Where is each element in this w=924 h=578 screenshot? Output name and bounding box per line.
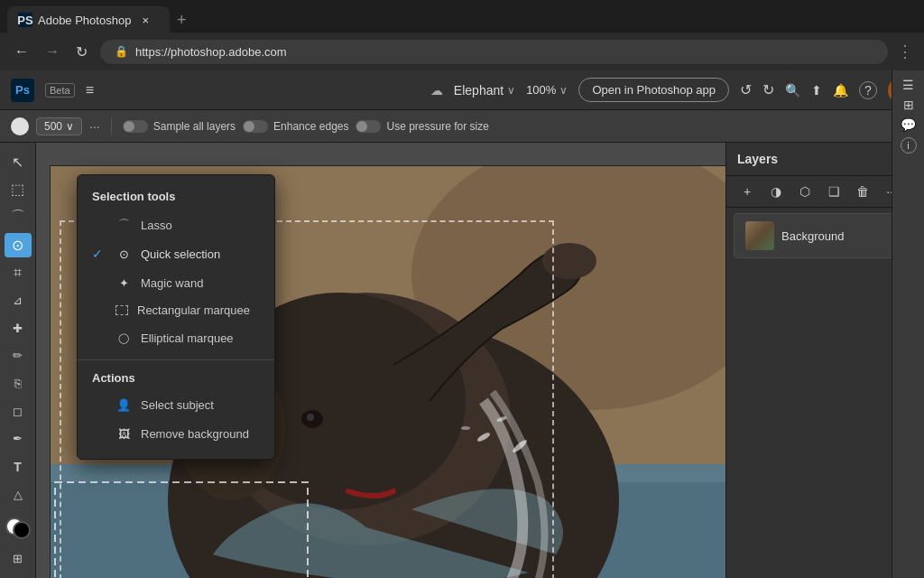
magic-wand-icon: ✦ — [116, 275, 132, 291]
header-icons: ↺ ↻ 🔍 ⬆ 🔔 ? — [740, 78, 913, 103]
open-in-photoshop-btn[interactable]: Open in Photoshop app — [578, 78, 729, 102]
ellipse-marquee-label: Elliptical marquee — [141, 331, 234, 345]
undo-btn[interactable]: ↺ — [740, 81, 752, 98]
address-url: https://photoshop.adobe.com — [135, 45, 287, 59]
doc-name-chevron: ∨ — [507, 84, 515, 97]
menu-item-remove-bg[interactable]: 🖼 Remove background — [78, 419, 274, 448]
pressure-label: Use pressure for size — [386, 120, 488, 133]
address-lock-icon: 🔒 — [115, 45, 128, 58]
brush-size-control[interactable]: 500 ∨ — [36, 117, 82, 135]
color-indicator[interactable] — [5, 517, 31, 540]
browser-tab-active[interactable]: PS Adobe Photoshop × — [7, 6, 170, 33]
toolbar-more-btn[interactable]: ··· — [89, 119, 100, 134]
hamburger-menu-btn[interactable]: ≡ — [86, 82, 94, 98]
tab-close-btn[interactable]: × — [142, 14, 149, 27]
remove-bg-label: Remove background — [141, 427, 249, 441]
add-layer-btn[interactable]: + — [737, 182, 757, 201]
app-header: Ps Beta ≡ ☁ Elephant ∨ 100% ∨ Open in Ph… — [0, 70, 924, 110]
menu-item-magic-wand[interactable]: ✦ Magic wand — [78, 268, 274, 297]
select-subject-label: Select subject — [141, 398, 214, 412]
tool-crop[interactable]: ⌗ — [5, 261, 32, 285]
enhance-edges-label: Enhance edges — [273, 120, 348, 133]
nav-forward-btn[interactable]: → — [42, 40, 63, 63]
left-toolbox: ↖ ⬚ ⌒ ⊙ ⌗ ⊿ ✚ ✏ ⎘ ◻ ✒ T △ ⊞ — [0, 143, 36, 578]
menu-item-lasso[interactable]: ⌒ Lasso — [78, 210, 274, 239]
layers-title: Layers — [737, 152, 913, 166]
tool-heal[interactable]: ✚ — [5, 316, 32, 340]
beta-badge: Beta — [45, 83, 75, 98]
sample-layers-label: Sample all layers — [153, 120, 236, 133]
group-layer-btn[interactable]: ❑ — [824, 182, 844, 201]
delete-layer-btn[interactable]: 🗑 — [853, 182, 873, 201]
quick-select-icon: ⊙ — [116, 246, 132, 262]
zoom-value: 100% — [526, 83, 556, 97]
redo-btn[interactable]: ↻ — [762, 81, 774, 98]
sample-layers-option: Sample all layers — [123, 120, 236, 133]
selection-tools-menu: Selection tools ⌒ Lasso ✓ ⊙ Quick select… — [77, 174, 275, 460]
layer-name: Background — [781, 229, 884, 243]
menu-item-rect-marquee[interactable]: Rectangular marquee — [78, 297, 274, 323]
tab-favicon: PS — [18, 13, 32, 27]
enhance-edges-option: Enhance edges — [243, 120, 348, 133]
quick-select-label: Quick selection — [141, 247, 220, 261]
brush-size-value: 500 — [44, 120, 62, 133]
tool-clone[interactable]: ⎘ — [5, 371, 32, 396]
menu-item-select-subject[interactable]: 👤 Select subject — [78, 390, 274, 419]
svg-point-11 — [307, 414, 314, 421]
new-tab-btn[interactable]: + — [177, 11, 187, 30]
tool-pen[interactable]: ✒ — [5, 427, 32, 452]
right-icon-rail: ☰ ⊞ 💬 i — [892, 143, 924, 578]
layers-panel: Layers + ◑ ⬡ ❑ 🗑 ··· Background 🔒 ☰ ⊞ 💬 — [725, 143, 924, 578]
app-container: Ps Beta ≡ ☁ Elephant ∨ 100% ∨ Open in Ph… — [0, 70, 924, 578]
address-field[interactable]: 🔒 https://photoshop.adobe.com — [100, 40, 888, 64]
layer-thumbnail — [745, 221, 774, 250]
layer-item-background[interactable]: Background 🔒 — [734, 213, 917, 258]
nav-refresh-btn[interactable]: ↻ — [72, 40, 91, 64]
share-icon[interactable]: ⬆ — [811, 83, 822, 98]
tool-type[interactable]: T — [5, 454, 32, 479]
mask-layer-btn[interactable]: ◑ — [766, 182, 786, 201]
toolbar-separator — [111, 117, 112, 135]
enhance-edges-toggle[interactable] — [243, 120, 268, 133]
tool-bars[interactable]: ⊞ — [5, 546, 32, 571]
tool-shape[interactable]: △ — [5, 482, 32, 507]
browser-menu-btn[interactable]: ⋮ — [897, 42, 913, 61]
cloud-icon: ☁ — [430, 83, 443, 98]
lasso-icon: ⌒ — [116, 217, 132, 233]
doc-name[interactable]: Elephant ∨ — [454, 83, 515, 98]
tool-eyedropper[interactable]: ⊿ — [5, 288, 32, 312]
brush-size-chevron: ∨ — [66, 120, 74, 133]
svg-point-9 — [542, 243, 596, 279]
notify-icon[interactable]: 🔔 — [833, 83, 848, 98]
actions-divider — [78, 359, 274, 360]
adjustment-layer-btn[interactable]: ⬡ — [795, 182, 815, 201]
menu-item-ellipse-marquee[interactable]: ◯ Elliptical marquee — [78, 323, 274, 352]
canvas-area[interactable]: Selection tools ⌒ Lasso ✓ ⊙ Quick select… — [36, 143, 725, 578]
tool-quick-select[interactable]: ⊙ — [5, 233, 32, 257]
background-color[interactable] — [13, 521, 31, 539]
lasso-label: Lasso — [141, 219, 172, 232]
rect-marquee-label: Rectangular marquee — [137, 303, 250, 317]
tool-move[interactable]: ↖ — [5, 150, 32, 174]
main-area: ↖ ⬚ ⌒ ⊙ ⌗ ⊿ ✚ ✏ ⎘ ◻ ✒ T △ ⊞ — [0, 143, 924, 578]
help-icon[interactable]: ? — [859, 81, 877, 99]
tab-title: Adobe Photoshop — [38, 14, 131, 27]
options-toolbar: 500 ∨ ··· Sample all layers Enhance edge… — [0, 110, 924, 143]
pressure-toggle[interactable] — [356, 120, 381, 133]
info-icon[interactable]: i — [901, 143, 917, 154]
tool-lasso[interactable]: ⌒ — [5, 205, 32, 229]
address-bar: ← → ↻ 🔒 https://photoshop.adobe.com ⋮ — [0, 33, 924, 70]
zoom-control[interactable]: 100% ∨ — [526, 83, 568, 97]
browser-chrome: PS Adobe Photoshop × + ← → ↻ 🔒 https://p… — [0, 0, 924, 70]
tool-eraser[interactable]: ◻ — [5, 399, 32, 424]
tool-marquee[interactable]: ⬚ — [5, 178, 32, 202]
tool-brush[interactable]: ✏ — [5, 344, 32, 368]
actions-title: Actions — [78, 368, 274, 390]
nav-back-btn[interactable]: ← — [11, 40, 32, 63]
tab-bar: PS Adobe Photoshop × + — [0, 0, 924, 33]
sample-layers-toggle[interactable] — [123, 120, 148, 133]
ellipse-marquee-icon: ◯ — [116, 330, 132, 346]
search-icon[interactable]: 🔍 — [785, 83, 800, 98]
selection-tools-title: Selection tools — [78, 186, 274, 210]
menu-item-quick-selection[interactable]: ✓ ⊙ Quick selection — [78, 239, 274, 268]
